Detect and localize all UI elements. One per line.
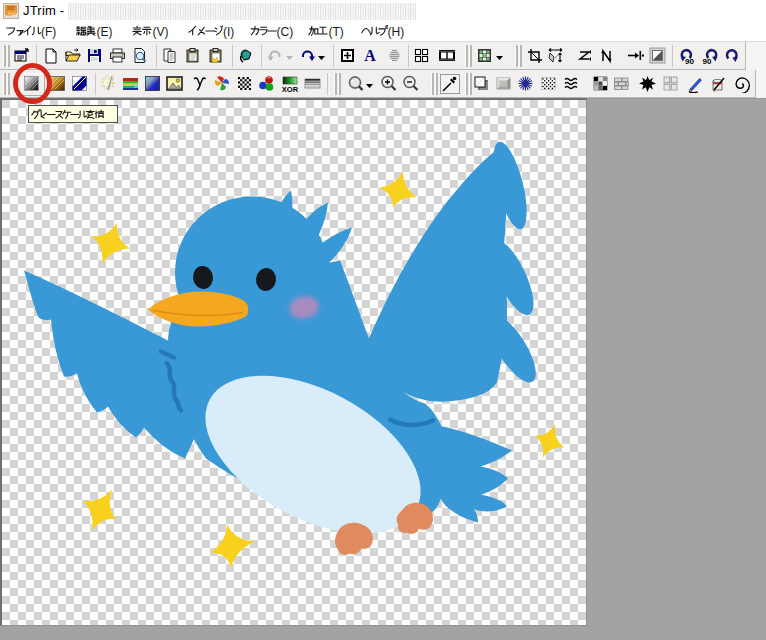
svg-text:XOR: XOR (282, 85, 299, 94)
svg-text:90: 90 (685, 57, 694, 66)
svg-text:A: A (364, 47, 376, 64)
svg-text:90: 90 (702, 57, 711, 66)
